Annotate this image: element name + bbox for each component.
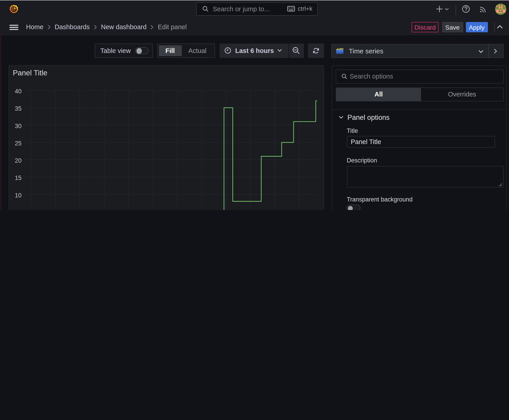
svg-text:40: 40 — [15, 88, 21, 95]
svg-text:20: 20 — [15, 157, 21, 164]
svg-text:10: 10 — [15, 192, 21, 199]
svg-text:35: 35 — [15, 105, 21, 112]
svg-text:30: 30 — [15, 123, 21, 129]
svg-text:15: 15 — [15, 174, 21, 181]
svg-text:5: 5 — [18, 209, 21, 210]
svg-text:25: 25 — [15, 140, 21, 147]
